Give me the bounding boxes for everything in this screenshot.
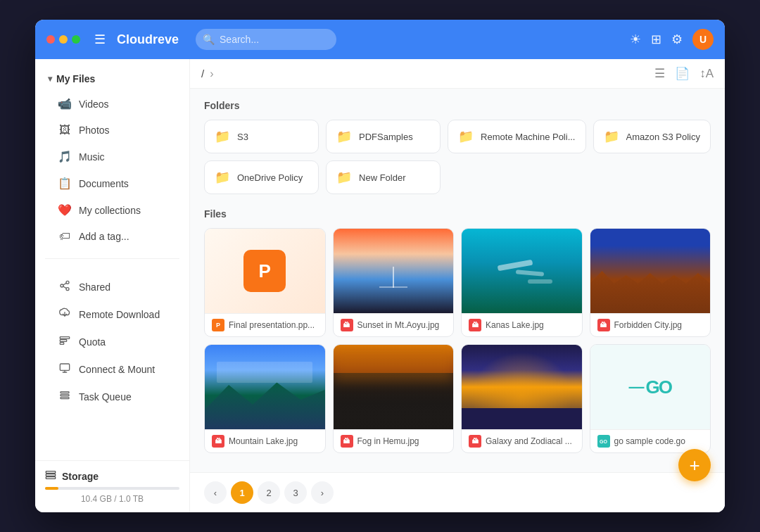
breadcrumb-root[interactable]: / bbox=[201, 68, 204, 80]
prev-page-button[interactable]: ‹ bbox=[204, 481, 227, 504]
file-name: go sample code.go bbox=[614, 436, 685, 446]
breadcrumb-actions: ☰ 📄 ↕A bbox=[654, 66, 714, 81]
file-info: 🏔 Sunset in Mt.Aoyu.jpg bbox=[334, 313, 454, 336]
sidebar-item-collections[interactable]: ❤️ My collections bbox=[44, 197, 181, 223]
file-thumbnail bbox=[205, 345, 325, 429]
file-info: 🏔 Fog in Hemu.jpg bbox=[334, 429, 454, 452]
svg-rect-13 bbox=[61, 395, 69, 396]
folder-s3[interactable]: 📁 S3 bbox=[204, 120, 319, 153]
folders-grid: 📁 S3 📁 PDFSamples 📁 Remote Machine Poli.… bbox=[204, 120, 711, 194]
file-forbidden[interactable]: 🏔 Forbidden City.jpg bbox=[590, 228, 711, 337]
quota-icon bbox=[58, 335, 72, 349]
sidebar-divider bbox=[45, 258, 179, 259]
file-name: Mountain Lake.jpg bbox=[229, 436, 298, 446]
file-galaxy[interactable]: 🏔 Galaxy and Zodiacal ... bbox=[461, 344, 583, 453]
sort-icon[interactable]: ↕A bbox=[699, 67, 714, 81]
file-go[interactable]: — GO GO go sample code.go bbox=[590, 344, 711, 453]
folder-name: Remote Machine Poli... bbox=[481, 132, 575, 142]
sidebar-item-remote-label: Remote Download bbox=[79, 309, 160, 320]
svg-rect-17 bbox=[46, 477, 55, 479]
remote-download-icon bbox=[58, 308, 72, 322]
grid-icon[interactable]: ⊞ bbox=[651, 32, 661, 47]
file-sunset[interactable]: 🏔 Sunset in Mt.Aoyu.jpg bbox=[333, 228, 455, 337]
file-type-badge: 🏔 bbox=[212, 435, 224, 448]
sidebar-item-quota[interactable]: Quota bbox=[44, 329, 181, 355]
file-type-badge: 🏔 bbox=[341, 319, 353, 331]
sidebar-item-music-label: Music bbox=[79, 151, 105, 163]
folder-name: Amazon S3 Policy bbox=[626, 132, 701, 142]
page-3-button[interactable]: 3 bbox=[284, 481, 307, 504]
settings-icon[interactable]: ⚙ bbox=[671, 32, 683, 47]
file-type-badge: 🏔 bbox=[469, 319, 481, 331]
file-thumbnail: P bbox=[205, 229, 325, 313]
breadcrumb: / › bbox=[201, 68, 214, 80]
documents-icon: 📋 bbox=[58, 177, 72, 190]
folder-icon: 📁 bbox=[458, 129, 474, 144]
content-area: / › ☰ 📄 ↕A Folders 📁 bbox=[190, 59, 725, 512]
folder-onedrive[interactable]: 📁 OneDrive Policy bbox=[204, 160, 319, 194]
file-kanas[interactable]: 🏔 Kanas Lake.jpg bbox=[461, 228, 583, 337]
svg-rect-9 bbox=[60, 364, 69, 370]
file-ppt[interactable]: P P Final presentation.pp... bbox=[204, 228, 326, 337]
folder-amazon[interactable]: 📁 Amazon S3 Policy bbox=[593, 120, 711, 153]
folder-remote[interactable]: 📁 Remote Machine Poli... bbox=[448, 120, 585, 153]
sidebar-item-task-label: Task Queue bbox=[79, 391, 132, 403]
file-thumbnail bbox=[462, 229, 582, 313]
my-files-header[interactable]: ▾ My Files bbox=[41, 68, 184, 90]
photos-icon: 🖼 bbox=[58, 124, 72, 137]
folder-name: S3 bbox=[237, 132, 248, 142]
fab-add-button[interactable]: + bbox=[678, 449, 711, 481]
file-info: 🏔 Mountain Lake.jpg bbox=[205, 429, 325, 452]
sidebar-item-task-queue[interactable]: Task Queue bbox=[44, 384, 181, 410]
sidebar-item-documents[interactable]: 📋 Documents bbox=[44, 170, 181, 196]
sidebar-item-remote-download[interactable]: Remote Download bbox=[44, 301, 181, 328]
sidebar-item-documents-label: Documents bbox=[79, 178, 129, 189]
sidebar-item-connect-label: Connect & Mount bbox=[79, 364, 155, 375]
next-page-button[interactable]: › bbox=[311, 481, 334, 504]
menu-icon[interactable]: ☰ bbox=[91, 29, 108, 50]
main-area: ▾ My Files 📹 Videos 🖼 Photos 🎵 Music 📋 bbox=[35, 59, 725, 512]
sidebar-item-quota-label: Quota bbox=[79, 336, 106, 348]
file-thumbnail bbox=[590, 229, 711, 313]
sidebar-item-tags[interactable]: 🏷 Add a tag... bbox=[44, 224, 181, 249]
maximize-button[interactable] bbox=[72, 35, 80, 44]
minimize-button[interactable] bbox=[59, 35, 68, 44]
close-button[interactable] bbox=[46, 35, 55, 44]
sidebar-item-videos[interactable]: 📹 Videos bbox=[44, 91, 181, 117]
folder-pdf[interactable]: 📁 PDFSamples bbox=[326, 120, 441, 153]
avatar[interactable]: U bbox=[692, 29, 714, 50]
file-fog[interactable]: 🏔 Fog in Hemu.jpg bbox=[333, 344, 455, 453]
file-thumbnail: — GO bbox=[590, 345, 711, 429]
page-2-button[interactable]: 2 bbox=[258, 481, 280, 504]
file-type-badge: 🏔 bbox=[469, 435, 481, 448]
titlebar-actions: ☀ ⊞ ⚙ U bbox=[630, 29, 714, 50]
svg-rect-15 bbox=[46, 471, 55, 474]
sidebar-item-collections-label: My collections bbox=[79, 205, 141, 216]
folders-section-title: Folders bbox=[204, 100, 711, 111]
sidebar-item-connect-mount[interactable]: Connect & Mount bbox=[44, 356, 181, 383]
file-icon[interactable]: 📄 bbox=[675, 66, 690, 81]
heart-icon: ❤️ bbox=[58, 203, 72, 217]
videos-icon: 📹 bbox=[58, 97, 72, 110]
task-icon bbox=[58, 390, 72, 404]
file-info: 🏔 Forbidden City.jpg bbox=[590, 313, 711, 336]
file-name: Galaxy and Zodiacal ... bbox=[486, 436, 572, 446]
sidebar-my-files-section: ▾ My Files 📹 Videos 🖼 Photos 🎵 Music 📋 bbox=[35, 59, 189, 253]
storage-section: Storage 10.4 GB / 1.0 TB bbox=[35, 460, 189, 512]
folder-new[interactable]: 📁 New Folder bbox=[326, 160, 441, 194]
list-view-icon[interactable]: ☰ bbox=[654, 66, 665, 81]
search-input[interactable] bbox=[196, 29, 336, 50]
sidebar-item-photos[interactable]: 🖼 Photos bbox=[44, 118, 181, 143]
theme-icon[interactable]: ☀ bbox=[630, 32, 641, 47]
sidebar-item-music[interactable]: 🎵 Music bbox=[44, 144, 181, 170]
file-name: Kanas Lake.jpg bbox=[486, 320, 544, 330]
sidebar-item-shared[interactable]: Shared bbox=[44, 274, 181, 300]
ppt-icon: P bbox=[243, 250, 286, 292]
titlebar: ☰ Cloudreve 🔍 ☀ ⊞ ⚙ U bbox=[35, 20, 725, 59]
sidebar-item-videos-label: Videos bbox=[79, 99, 109, 110]
search-wrapper: 🔍 bbox=[196, 29, 336, 50]
page-1-button[interactable]: 1 bbox=[231, 481, 253, 504]
svg-line-4 bbox=[63, 283, 67, 285]
file-name: Fog in Hemu.jpg bbox=[357, 436, 419, 446]
file-mountain[interactable]: 🏔 Mountain Lake.jpg bbox=[204, 344, 326, 453]
